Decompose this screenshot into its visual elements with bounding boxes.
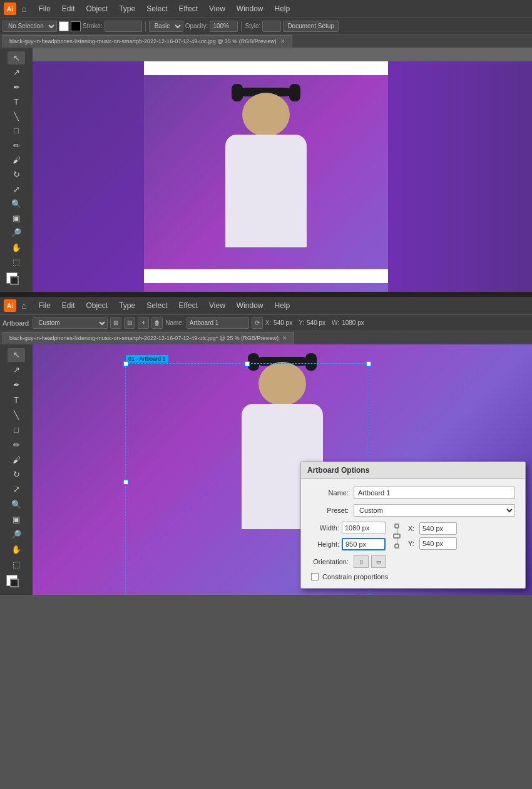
- pencil-tool-2[interactable]: ✏: [8, 438, 25, 451]
- opacity-label: Opacity:: [185, 23, 208, 29]
- fill-swatch[interactable]: [59, 21, 69, 31]
- rotate-tool-2[interactable]: ↻: [8, 468, 25, 482]
- artboard-nav-icon[interactable]: ⟳: [252, 317, 263, 329]
- menubar-bottom: Ai ⌂ File Edit Object Type Select Effect…: [0, 297, 532, 314]
- x-coord-value: 540 px: [274, 319, 292, 326]
- menu-edit[interactable]: Edit: [58, 3, 79, 14]
- stroke-label: Stroke:: [83, 23, 103, 29]
- artboard-bottom-border: [144, 269, 388, 283]
- delete-artboard[interactable]: 🗑: [151, 317, 163, 329]
- ai-logo: Ai: [4, 3, 16, 15]
- menu-file[interactable]: File: [34, 3, 54, 14]
- menu-type-2[interactable]: Type: [115, 300, 140, 311]
- type-tool[interactable]: T: [8, 95, 25, 108]
- pencil-tool[interactable]: ✏: [8, 139, 25, 152]
- hand-tool[interactable]: ✋: [8, 240, 25, 254]
- style-input[interactable]: [262, 21, 281, 32]
- zoom-tool[interactable]: 🔎: [8, 226, 25, 239]
- close-tab-icon[interactable]: ✕: [280, 38, 285, 44]
- photo-right: [388, 61, 532, 292]
- line-tool[interactable]: ╲: [8, 110, 25, 123]
- close-tab-icon-2[interactable]: ✕: [282, 335, 287, 341]
- artboard-tool-bottom[interactable]: ⬚: [8, 255, 25, 269]
- new-artboard-from-artboard[interactable]: ⊞: [110, 317, 121, 329]
- zoom-tool-2[interactable]: 🔎: [8, 528, 25, 542]
- rectangle-tool-2[interactable]: □: [8, 423, 25, 436]
- direct-selection-tool-2[interactable]: ↗: [8, 363, 25, 377]
- top-panel: Ai ⌂ File Edit Object Type Select Effect…: [0, 0, 532, 292]
- photo-center: [144, 75, 388, 292]
- menu-object-2[interactable]: Object: [82, 300, 113, 311]
- eyedropper-tool[interactable]: 🔍: [8, 197, 25, 210]
- line-tool-2[interactable]: ╲: [8, 408, 25, 422]
- dialog-dimensions: Width: Height:: [311, 522, 515, 550]
- dialog-name-input[interactable]: [354, 487, 515, 499]
- handle-top-right[interactable]: [366, 361, 371, 366]
- hand-tool-2[interactable]: ✋: [8, 542, 25, 556]
- paintbrush-tool-2[interactable]: 🖌: [8, 453, 25, 467]
- home-icon[interactable]: ⌂: [21, 4, 26, 14]
- menu-object[interactable]: Object: [82, 3, 113, 14]
- document-tab-2[interactable]: black-guy-in-headphones-listening-music-…: [3, 332, 294, 344]
- add-artboard[interactable]: +: [138, 317, 149, 329]
- menu-select[interactable]: Select: [142, 3, 171, 14]
- paintbrush-tool[interactable]: 🖌: [8, 153, 25, 167]
- toolbar-top: No Selection Stroke: Basic Opacity: Styl…: [0, 18, 532, 34]
- artboard-toolbar: Artboard Custom ⊞ ⊟ + 🗑 Name: ⟳ X: 540 p…: [0, 314, 532, 331]
- document-tab[interactable]: black-guy-in-headphones-listening-music-…: [3, 35, 292, 48]
- stroke-color-swatch[interactable]: [71, 21, 81, 31]
- menu-edit-2[interactable]: Edit: [58, 300, 79, 311]
- opacity-input[interactable]: [210, 21, 238, 32]
- menu-effect-2[interactable]: Effect: [175, 300, 202, 311]
- portrait-button[interactable]: ▯: [354, 555, 369, 568]
- menu-view-2[interactable]: View: [205, 300, 230, 311]
- selection-tool-2[interactable]: ↖: [8, 348, 25, 362]
- menu-select-2[interactable]: Select: [142, 300, 171, 311]
- pen-tool[interactable]: ✒: [8, 81, 25, 94]
- rotate-tool[interactable]: ↻: [8, 168, 25, 181]
- dialog-preset-select[interactable]: Custom: [354, 504, 515, 517]
- height-group: Height:: [311, 538, 386, 550]
- dialog-orientation-row: Orientation: ▯ ▭: [311, 555, 515, 568]
- pen-tool-2[interactable]: ✒: [8, 378, 25, 392]
- menu-effect[interactable]: Effect: [175, 3, 202, 14]
- width-input[interactable]: [342, 522, 386, 534]
- w-coord-label: W:: [332, 319, 339, 326]
- artboard-preset-dropdown[interactable]: Custom: [33, 317, 108, 329]
- menu-type[interactable]: Type: [115, 3, 140, 14]
- handle-top-center[interactable]: [245, 361, 250, 366]
- stroke-input[interactable]: [105, 21, 142, 32]
- height-input[interactable]: [342, 538, 386, 550]
- wh-group: Width: Height:: [311, 522, 386, 550]
- direct-selection-tool[interactable]: ↗: [8, 66, 25, 79]
- menu-window[interactable]: Window: [232, 3, 268, 14]
- y-input[interactable]: [419, 537, 457, 550]
- constrain-checkbox[interactable]: [311, 573, 319, 580]
- menu-window-2[interactable]: Window: [232, 300, 268, 311]
- doc-setup-button[interactable]: Document Setup: [283, 21, 339, 32]
- x-input[interactable]: [419, 522, 457, 535]
- tools-panel-bottom: ↖ ↗ ✒ T ╲ □ ✏ 🖌 ↻ ⤢ 🔍 ▣ 🔎 ✋ ⬚ ←: [0, 344, 33, 595]
- scale-tool[interactable]: ⤢: [8, 182, 25, 195]
- menu-view[interactable]: View: [205, 3, 230, 14]
- gradient-tool[interactable]: ▣: [8, 212, 25, 225]
- landscape-button[interactable]: ▭: [371, 555, 386, 568]
- rectangle-tool[interactable]: □: [8, 124, 25, 137]
- height-label: Height:: [311, 540, 339, 548]
- type-tool-2[interactable]: T: [8, 393, 25, 407]
- menu-help[interactable]: Help: [270, 3, 295, 14]
- handle-mid-left[interactable]: [123, 480, 128, 485]
- menu-help-2[interactable]: Help: [270, 300, 295, 311]
- mode-dropdown[interactable]: Basic: [149, 21, 183, 32]
- artboard-tool-2[interactable]: ⬚: [8, 557, 25, 571]
- handle-top-left[interactable]: [123, 361, 128, 366]
- artboard-name-input[interactable]: [187, 317, 249, 329]
- artboard-name-label: Name:: [165, 319, 183, 326]
- gradient-tool-2[interactable]: ▣: [8, 513, 25, 527]
- menu-file-2[interactable]: File: [34, 300, 54, 311]
- selection-tool[interactable]: ↖: [8, 51, 25, 64]
- new-artboard-from-selected[interactable]: ⊟: [124, 317, 135, 329]
- eyedropper-tool-2[interactable]: 🔍: [8, 498, 25, 512]
- home-icon-2[interactable]: ⌂: [21, 301, 26, 311]
- selection-dropdown[interactable]: No Selection: [3, 21, 57, 32]
